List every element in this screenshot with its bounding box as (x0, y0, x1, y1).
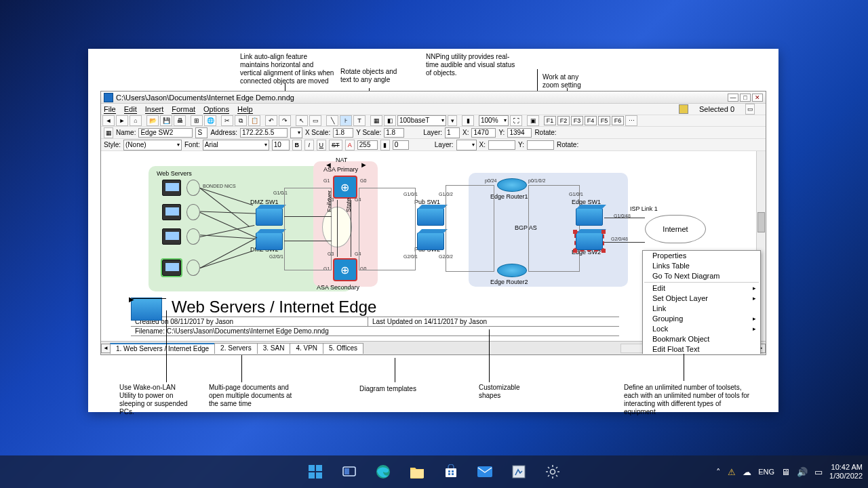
menu-insert[interactable]: Insert (145, 105, 164, 114)
menu-format[interactable]: Format (172, 105, 195, 114)
globe-icon[interactable]: 🌐 (204, 115, 216, 126)
paste-icon[interactable]: 📋 (248, 115, 260, 126)
zero-input[interactable] (393, 140, 409, 150)
color-icon[interactable]: ▮ (462, 115, 474, 126)
text-icon[interactable]: T (353, 115, 366, 126)
fontcolor-button[interactable]: A (345, 140, 355, 150)
volume-icon[interactable]: 🔊 (797, 467, 808, 477)
selection-handle[interactable] (573, 230, 577, 234)
asa-secondary[interactable] (333, 258, 357, 281)
f1-button[interactable]: F1 (544, 116, 556, 125)
window-titlebar[interactable]: C:\Users\Jason\Documents\Internet Edge D… (101, 92, 766, 104)
y2-input[interactable] (527, 140, 554, 150)
edge-icon[interactable] (370, 458, 397, 485)
preview-icon[interactable]: ▣ (527, 115, 539, 126)
menu-options[interactable]: Options (203, 105, 229, 114)
more-icon[interactable]: ⋯ (625, 115, 637, 126)
pub-sw2[interactable] (417, 232, 444, 250)
f4-button[interactable]: F4 (585, 116, 597, 125)
tab-page4[interactable]: 4. VPN (290, 343, 323, 354)
fill-icon[interactable]: ▮ (380, 140, 390, 150)
drop-icon[interactable]: ▾ (448, 115, 457, 126)
tab-page1[interactable]: 1. Web Servers / Internet Edge (110, 343, 215, 354)
rect-icon[interactable]: ▭ (309, 115, 321, 126)
connector-icon[interactable]: ⊦ (340, 115, 352, 126)
dmz-sw1[interactable] (256, 208, 283, 226)
italic-button[interactable]: I (304, 140, 314, 150)
explorer-icon[interactable] (403, 458, 431, 485)
language-indicator[interactable]: ENG (758, 468, 774, 476)
close-button[interactable]: ✕ (752, 94, 763, 102)
maximize-button[interactable]: □ (740, 94, 751, 102)
copy-icon[interactable]: ⧉ (235, 115, 247, 126)
home-icon[interactable]: ⌂ (130, 115, 142, 126)
menu-file[interactable]: File (104, 105, 116, 114)
onedrive-icon[interactable]: ☁ (743, 467, 751, 477)
ctx-float-text[interactable]: Edit Float Text (643, 344, 760, 354)
edge-router1[interactable] (497, 178, 527, 192)
security-icon[interactable]: ⚠ (728, 467, 736, 477)
linktype-select[interactable]: 100baseT (397, 115, 446, 126)
network-icon[interactable]: 🖥 (781, 467, 790, 477)
bold-button[interactable]: B (292, 140, 302, 150)
font-select[interactable]: Arial (203, 140, 269, 150)
underline-button[interactable]: U (317, 140, 326, 150)
minimize-button[interactable]: — (728, 94, 738, 102)
shape-icon[interactable]: ◧ (384, 115, 396, 126)
selection-handle[interactable] (601, 249, 606, 253)
clock[interactable]: 10:42 AM 1/30/2022 (829, 463, 863, 480)
settings-icon[interactable] (539, 458, 566, 485)
strike-button[interactable]: ST (329, 140, 342, 150)
select-icon[interactable]: ↖ (296, 115, 308, 126)
addr-input[interactable] (240, 128, 288, 138)
style-select[interactable]: (None) (123, 140, 182, 150)
ctx-properties[interactable]: Properties (643, 251, 760, 261)
edge-sw1[interactable] (576, 208, 603, 226)
ctx-grouping[interactable]: Grouping (643, 314, 760, 324)
layer2-select[interactable] (456, 140, 477, 150)
tab-page2[interactable]: 2. Servers (214, 343, 258, 354)
redo-icon[interactable]: ↷ (279, 115, 291, 126)
print-icon[interactable]: 🖶 (174, 115, 186, 126)
y-input[interactable] (507, 128, 532, 138)
color-swatch[interactable] (679, 104, 688, 114)
yscale-input[interactable] (384, 128, 404, 138)
selection-tool-icon[interactable]: ▭ (745, 104, 755, 115)
zoomfit-icon[interactable]: ⛶ (510, 115, 522, 126)
xscale-input[interactable] (333, 128, 353, 138)
ctx-set-layer[interactable]: Set Object Layer (643, 293, 760, 304)
edge-sw2-selected[interactable] (576, 232, 603, 250)
diagram-canvas[interactable]: Web Servers BONDED NICS DMZ SW1 G1/0/1 D… (101, 151, 766, 354)
server-1[interactable] (162, 180, 181, 196)
selection-handle[interactable] (573, 249, 577, 253)
tab-page5[interactable]: 5. Offices (323, 343, 363, 354)
start-button[interactable] (302, 458, 329, 485)
ctx-edit[interactable]: Edit (643, 283, 760, 293)
open-icon[interactable]: 📂 (146, 115, 159, 126)
size-select[interactable]: 10 (272, 140, 290, 150)
server-3[interactable] (162, 228, 181, 245)
f2-button[interactable]: F2 (557, 116, 570, 125)
back-icon[interactable]: ◄ (102, 115, 115, 126)
s-select[interactable]: S (195, 127, 208, 138)
asa-primary[interactable] (333, 176, 357, 199)
scroll-thumb[interactable] (757, 212, 765, 232)
server-4[interactable] (162, 260, 181, 276)
menu-edit[interactable]: Edit (124, 105, 137, 114)
taskview-icon[interactable] (336, 458, 363, 485)
server-2[interactable] (162, 204, 181, 220)
fwd-icon[interactable]: ► (116, 115, 128, 126)
ctx-links-table[interactable]: Links Table (643, 261, 760, 271)
zoom-select[interactable]: 100% (479, 115, 509, 126)
pub-sw1[interactable] (417, 208, 444, 226)
device-icon[interactable]: ▦ (370, 115, 382, 126)
dmz-sw2[interactable] (256, 232, 283, 250)
f3-button[interactable]: F3 (571, 116, 583, 125)
edge-router2[interactable] (497, 264, 527, 277)
f6-button[interactable]: F6 (612, 116, 624, 125)
menu-help[interactable]: Help (237, 105, 253, 114)
undo-icon[interactable]: ↶ (265, 115, 277, 126)
ctx-bookmark[interactable]: Bookmark Object (643, 334, 760, 344)
tab-page3[interactable]: 3. SAN (257, 343, 291, 354)
num-input[interactable] (357, 140, 378, 150)
